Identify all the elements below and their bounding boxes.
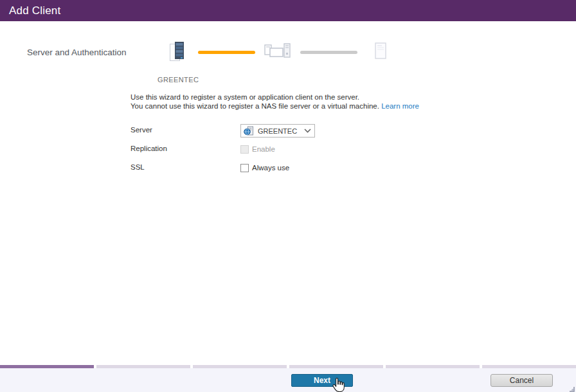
- description-line-2: You cannot use this wizard to register a…: [130, 102, 419, 111]
- dialog-footer: Next Cancel: [0, 368, 576, 392]
- cancel-button[interactable]: Cancel: [491, 374, 553, 387]
- server-select-value: GREENTEC: [258, 127, 300, 135]
- progress-bar-step1: [198, 51, 255, 54]
- server-icon: [168, 41, 186, 66]
- server-globe-icon: [244, 126, 254, 136]
- ssl-label: SSL: [130, 163, 145, 171]
- replication-enable-checkbox: [240, 145, 249, 154]
- description-line-1: Use this wizard to register a system or …: [130, 93, 419, 102]
- learn-more-link[interactable]: Learn more: [381, 102, 419, 110]
- replication-label: Replication: [130, 145, 167, 152]
- next-button[interactable]: Next: [291, 374, 353, 387]
- add-client-dialog: Add Client Server and Authentication: [0, 0, 576, 392]
- progress-bar-step2: [300, 51, 357, 54]
- server-label: Server: [130, 126, 152, 134]
- ssl-always-use-checkbox[interactable]: [240, 164, 249, 172]
- chevron-down-icon: [304, 129, 311, 133]
- ssl-row: SSL Always use: [130, 161, 401, 175]
- replication-row: Replication Enable: [130, 143, 401, 156]
- wizard-description: Use this wizard to register a system or …: [130, 93, 419, 111]
- step-server-name: GREENTEC: [158, 76, 199, 84]
- client-form: Server GREENTEC: [130, 124, 401, 180]
- replication-enable-label: Enable: [252, 145, 275, 153]
- server-row: Server GREENTEC: [130, 124, 401, 138]
- page-title: Server and Authentication: [27, 48, 127, 57]
- dialog-title: Add Client: [9, 0, 60, 21]
- summary-page-icon: [375, 42, 387, 62]
- server-select[interactable]: GREENTEC: [240, 124, 315, 138]
- client-systems-icon: [264, 42, 291, 63]
- dialog-titlebar: Add Client: [0, 0, 576, 21]
- resize-grip-icon[interactable]: [567, 383, 575, 391]
- ssl-always-use-label: Always use: [252, 164, 289, 172]
